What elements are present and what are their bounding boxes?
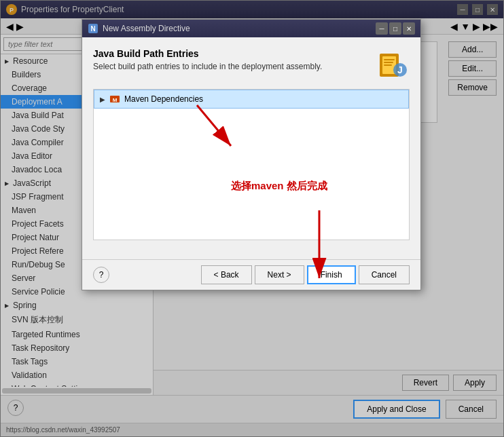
expand-arrow-icon: ▶ bbox=[100, 96, 105, 103]
modal-overlay: N New Assembly Directive ─ □ ✕ Java Buil… bbox=[0, 0, 504, 437]
svg-text:J: J bbox=[397, 64, 403, 75]
maven-dependencies-item[interactable]: ▶ M Maven Dependencies bbox=[94, 90, 409, 109]
modal-book-icon: J bbox=[377, 48, 410, 81]
modal-title: New Assembly Directive bbox=[103, 24, 372, 33]
modal-finish-button[interactable]: Finish bbox=[307, 265, 356, 284]
modal-minimize-button[interactable]: ─ bbox=[376, 22, 388, 35]
modal-header-title: Java Build Path Entries bbox=[93, 48, 322, 59]
svg-rect-6 bbox=[384, 59, 395, 60]
modal-next-button[interactable]: Next > bbox=[255, 265, 304, 284]
modal-description: Select build path entries to include in … bbox=[93, 62, 322, 71]
modal-body: Java Build Path Entries Select build pat… bbox=[82, 37, 420, 259]
svg-text:N: N bbox=[90, 25, 95, 33]
modal-maximize-button[interactable]: □ bbox=[389, 22, 401, 35]
modal-cancel-button[interactable]: Cancel bbox=[359, 265, 410, 284]
modal-titlebar: N New Assembly Directive ─ □ ✕ bbox=[82, 20, 420, 37]
svg-rect-7 bbox=[384, 62, 393, 63]
modal-close-button[interactable]: ✕ bbox=[403, 22, 415, 35]
modal-help-button[interactable]: ? bbox=[93, 267, 109, 283]
modal-icon: N bbox=[88, 23, 98, 34]
modal-window: N New Assembly Directive ─ □ ✕ Java Buil… bbox=[82, 19, 421, 290]
maven-icon: M bbox=[109, 94, 120, 104]
modal-list-area: ▶ M Maven Dependencies bbox=[93, 89, 410, 240]
maven-dependencies-label: Maven Dependencies bbox=[124, 94, 203, 104]
modal-back-button[interactable]: < Back bbox=[201, 265, 252, 284]
modal-header-row: Java Build Path Entries Select build pat… bbox=[93, 48, 410, 81]
modal-header-text: Java Build Path Entries Select build pat… bbox=[93, 48, 322, 71]
svg-rect-8 bbox=[384, 64, 392, 66]
modal-footer: ? < Back Next > Finish Cancel bbox=[82, 259, 420, 290]
modal-footer-buttons: < Back Next > Finish Cancel bbox=[201, 265, 410, 284]
modal-titlebar-buttons: ─ □ ✕ bbox=[376, 22, 415, 35]
svg-text:M: M bbox=[113, 97, 118, 103]
